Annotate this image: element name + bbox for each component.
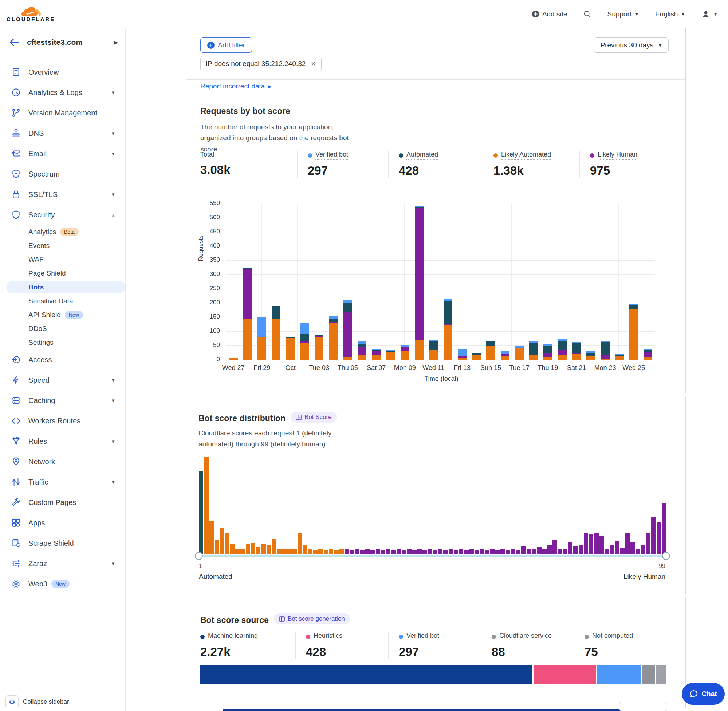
sidebar-item-zaraz[interactable]: Zaraz▼: [0, 553, 125, 574]
histogram-bar[interactable]: [407, 549, 411, 554]
histogram-bar[interactable]: [641, 545, 645, 554]
histogram-bar[interactable]: [464, 550, 468, 554]
sidebar-item-workers-routes[interactable]: Workers Routes: [0, 411, 125, 431]
sidebar-item-dns[interactable]: DNS▼: [0, 123, 125, 143]
histogram-bar[interactable]: [646, 533, 650, 554]
slider-handle-max[interactable]: [662, 552, 670, 560]
histogram-bar[interactable]: [225, 533, 229, 554]
sidebar-item-apps[interactable]: Apps: [0, 513, 125, 533]
source-segment-verified-bot[interactable]: [597, 665, 641, 684]
histogram-bar[interactable]: [350, 550, 354, 554]
histogram-bar[interactable]: [532, 549, 536, 554]
source-segment-heuristics[interactable]: [533, 665, 596, 684]
sidebar-item-rules[interactable]: Rules▼: [0, 431, 125, 451]
histogram-bar[interactable]: [261, 544, 266, 554]
stacked-bar[interactable]: [343, 300, 352, 360]
histogram-bar[interactable]: [584, 533, 588, 554]
sidebar-item-caching[interactable]: Caching▼: [0, 390, 125, 411]
chat-button[interactable]: Chat: [682, 683, 725, 705]
histogram-bar[interactable]: [516, 550, 520, 554]
histogram-bar[interactable]: [210, 521, 214, 554]
stacked-bar[interactable]: [229, 358, 238, 360]
histogram-bar[interactable]: [610, 545, 614, 554]
stacked-bar[interactable]: [243, 268, 252, 360]
stacked-bar[interactable]: [501, 351, 509, 360]
histogram-bar[interactable]: [412, 550, 416, 554]
histogram-bar[interactable]: [376, 549, 380, 554]
stacked-bar[interactable]: [515, 346, 524, 360]
histogram-bar[interactable]: [386, 549, 390, 554]
histogram-bar[interactable]: [340, 549, 344, 554]
histogram-bar[interactable]: [272, 539, 276, 554]
histogram-bar[interactable]: [454, 550, 458, 554]
histogram-bar[interactable]: [303, 545, 307, 554]
stacked-bar[interactable]: [415, 206, 424, 360]
search-button[interactable]: [583, 10, 591, 18]
histogram-bar[interactable]: [324, 550, 328, 554]
histogram-bar[interactable]: [470, 549, 474, 554]
sidebar-item-analytics-logs[interactable]: Analytics & Logs▼: [0, 82, 125, 103]
histogram-bar[interactable]: [256, 547, 260, 554]
sidebar-item-security[interactable]: Security▲: [0, 205, 125, 225]
histogram-bar[interactable]: [292, 549, 297, 554]
stacked-bar[interactable]: [257, 317, 266, 360]
histogram-bar[interactable]: [662, 503, 666, 554]
histogram-bar[interactable]: [199, 471, 203, 554]
histogram-bar[interactable]: [391, 550, 396, 554]
sidebar-item-network[interactable]: Network: [0, 451, 125, 472]
stacked-bar[interactable]: [629, 304, 638, 360]
histogram-bar[interactable]: [501, 549, 505, 554]
histogram-bar[interactable]: [318, 549, 323, 554]
histogram-bar[interactable]: [594, 533, 598, 554]
sidebar-item-sensitive-data[interactable]: Sensitive Data: [0, 294, 125, 308]
sidebar-item-traffic[interactable]: Traffic▼: [0, 472, 125, 492]
histogram-bar[interactable]: [521, 546, 526, 554]
stacked-bar[interactable]: [272, 306, 281, 360]
support-menu[interactable]: Support ▼: [607, 10, 639, 18]
stacked-bar[interactable]: [315, 335, 323, 360]
histogram-bar[interactable]: [449, 549, 453, 554]
histogram-bar[interactable]: [589, 534, 593, 554]
histogram-bar[interactable]: [355, 549, 359, 554]
sidebar-item-web3[interactable]: Web3New: [0, 574, 125, 594]
histogram-bar[interactable]: [433, 550, 437, 554]
back-arrow-icon[interactable]: [9, 38, 19, 46]
sidebar-item-analytics[interactable]: AnalyticsBeta: [0, 225, 125, 239]
account-menu[interactable]: ▼: [701, 10, 718, 19]
histogram-bar[interactable]: [651, 517, 656, 554]
histogram-bar[interactable]: [631, 542, 635, 554]
histogram-bar[interactable]: [490, 549, 495, 554]
sidebar-item-access[interactable]: Access: [0, 350, 125, 370]
stacked-bar[interactable]: [486, 341, 495, 360]
sidebar-item-events[interactable]: Events: [0, 239, 125, 253]
histogram-bar[interactable]: [563, 549, 567, 554]
sidebar-item-settings[interactable]: Settings: [0, 336, 125, 350]
histogram-bar[interactable]: [277, 549, 281, 554]
stacked-bar[interactable]: [586, 351, 595, 360]
stacked-bar[interactable]: [372, 349, 381, 360]
sidebar-item-speed[interactable]: Speed▼: [0, 370, 125, 390]
stacked-bar[interactable]: [300, 323, 309, 360]
stacked-bar[interactable]: [429, 340, 438, 360]
histogram-bar[interactable]: [485, 550, 489, 554]
sidebar-item-ssl-tls[interactable]: SSL/TLS▼: [0, 184, 125, 205]
histogram-bar[interactable]: [600, 535, 604, 554]
histogram-bar[interactable]: [422, 550, 427, 554]
bot-score-badge[interactable]: Bot Score: [291, 412, 337, 423]
stacked-bar[interactable]: [329, 316, 338, 360]
histogram-bar[interactable]: [506, 550, 510, 554]
histogram-bar[interactable]: [298, 533, 302, 554]
stacked-bar[interactable]: [601, 341, 610, 360]
add-filter-button[interactable]: + Add filter: [200, 37, 252, 53]
histogram-bar[interactable]: [381, 550, 385, 554]
histogram-bar[interactable]: [402, 550, 406, 554]
histogram-bar[interactable]: [417, 549, 422, 554]
histogram-bar[interactable]: [235, 549, 240, 554]
histogram-bar[interactable]: [220, 528, 224, 554]
source-segment-machine-learning[interactable]: [200, 665, 532, 684]
bot-score-generation-badge[interactable]: Bot score generation: [274, 614, 350, 624]
sidebar-item-email[interactable]: Email▼: [0, 143, 125, 164]
histogram-bar[interactable]: [568, 542, 573, 554]
histogram-bar[interactable]: [344, 549, 349, 554]
histogram-bar[interactable]: [204, 457, 208, 554]
